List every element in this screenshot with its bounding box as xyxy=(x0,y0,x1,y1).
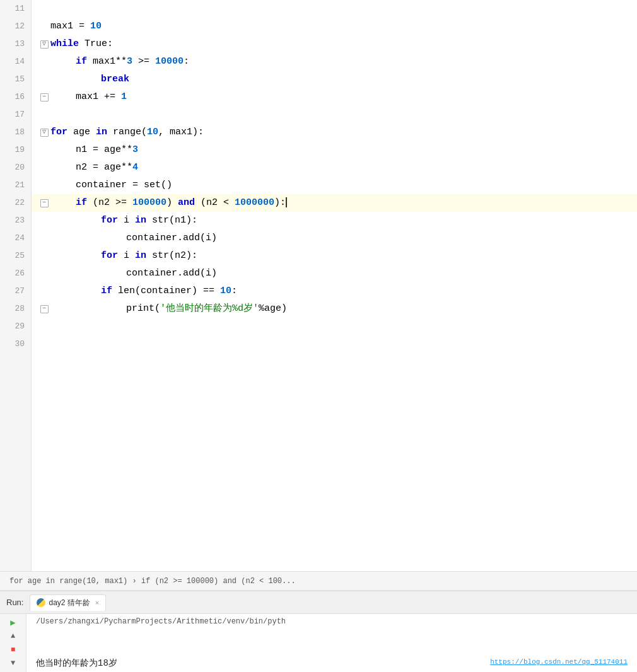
run-panel: Run: day2 猜年龄 × ▶ ▲ ■ ▼ /Users/zhangxi/P… xyxy=(0,590,637,672)
output-path: /Users/zhangxi/PycharmProjects/Arithmeti… xyxy=(36,617,628,626)
code-content: if max1**3 >= 10000: xyxy=(76,53,637,71)
line-numbers: 1112131415161718192021222324252627282930 xyxy=(0,0,32,571)
code-content: n2 = age**4 xyxy=(76,159,637,177)
line-number: 12 xyxy=(0,18,31,35)
code-content: for age in range(10, max1): xyxy=(50,124,637,141)
run-tab-name: day2 猜年龄 xyxy=(49,598,90,608)
code-content: while True: xyxy=(50,35,637,53)
code-line: for i in str(n2): xyxy=(32,247,637,265)
code-line: if len(container) == 10: xyxy=(32,282,637,300)
fold-icon[interactable]: − xyxy=(40,305,49,313)
fold-gutter: ▽ xyxy=(38,40,50,49)
stop-button[interactable]: ■ xyxy=(6,644,20,656)
line-number: 21 xyxy=(0,177,31,194)
fold-gutter: − xyxy=(38,93,50,101)
code-content: max1 = 10 xyxy=(50,18,637,35)
play-button[interactable]: ▶ xyxy=(6,617,20,629)
line-number: 18 xyxy=(0,124,31,141)
fold-icon[interactable]: ▽ xyxy=(40,40,49,49)
fold-gutter: ▽ xyxy=(38,129,50,137)
run-controls: ▶ ▲ ■ ▼ xyxy=(0,614,26,672)
line-number: 16 xyxy=(0,88,31,106)
code-content: if (n2 >= 100000) and (n2 < 1000000): xyxy=(76,194,637,212)
code-line: ▽while True: xyxy=(32,35,637,53)
line-number: 11 xyxy=(0,0,31,18)
line-number: 15 xyxy=(0,71,31,88)
run-output: ▶ ▲ ■ ▼ /Users/zhangxi/PycharmProjects/A… xyxy=(0,614,637,672)
line-number: 30 xyxy=(0,335,31,353)
line-number: 24 xyxy=(0,229,31,247)
output-content: /Users/zhangxi/PycharmProjects/Arithmeti… xyxy=(26,614,637,672)
line-number: 29 xyxy=(0,318,31,335)
fold-icon[interactable]: − xyxy=(40,199,49,207)
code-content: n1 = age**3 xyxy=(76,141,637,159)
run-tab[interactable]: day2 猜年龄 × xyxy=(30,594,106,611)
code-line: container = set() xyxy=(32,177,637,194)
line-number: 20 xyxy=(0,159,31,177)
line-number: 22 xyxy=(0,194,31,212)
code-line: −print('他当时的年龄为%d岁'%age) xyxy=(32,300,637,318)
code-content: break xyxy=(101,71,637,88)
code-line: ▽for age in range(10, max1): xyxy=(32,124,637,141)
code-line: n1 = age**3 xyxy=(32,141,637,159)
run-header: Run: day2 猜年龄 × xyxy=(0,591,637,614)
text-cursor xyxy=(286,197,287,207)
line-number: 13 xyxy=(0,35,31,53)
code-line xyxy=(32,106,637,124)
code-line xyxy=(32,318,637,335)
code-lines[interactable]: max1 = 10▽while True:if max1**3 >= 10000… xyxy=(32,0,637,571)
code-content: if len(container) == 10: xyxy=(101,282,637,300)
code-line: container.add(i) xyxy=(32,265,637,282)
code-line: −if (n2 >= 100000) and (n2 < 1000000): xyxy=(32,194,637,212)
code-content: max1 += 1 xyxy=(76,88,637,106)
python-icon xyxy=(37,598,45,607)
line-number: 28 xyxy=(0,300,31,318)
code-container: 1112131415161718192021222324252627282930… xyxy=(0,0,637,571)
code-line xyxy=(32,335,637,353)
line-number: 14 xyxy=(0,53,31,71)
code-content: print('他当时的年龄为%d岁'%age) xyxy=(126,300,637,318)
csdn-link: https://blog.csdn.net/qq_51174011 xyxy=(490,658,628,666)
fold-gutter: − xyxy=(38,305,50,313)
code-line: n2 = age**4 xyxy=(32,159,637,177)
scroll-up-button[interactable]: ▲ xyxy=(6,631,20,642)
line-number: 27 xyxy=(0,282,31,300)
run-label: Run: xyxy=(6,598,23,607)
code-content: container.add(i) xyxy=(126,229,637,247)
code-content: for i in str(n2): xyxy=(101,247,637,265)
scroll-down-button[interactable]: ▼ xyxy=(6,658,20,669)
line-number: 17 xyxy=(0,106,31,124)
code-line: for i in str(n1): xyxy=(32,212,637,229)
fold-icon[interactable]: ▽ xyxy=(40,129,49,137)
code-line: break xyxy=(32,71,637,88)
code-content: container = set() xyxy=(76,177,637,194)
line-number: 26 xyxy=(0,265,31,282)
breadcrumb: for age in range(10, max1) › if (n2 >= 1… xyxy=(9,577,296,586)
code-content: for i in str(n1): xyxy=(101,212,637,229)
fold-gutter: − xyxy=(38,199,50,207)
code-line: container.add(i) xyxy=(32,229,637,247)
code-line xyxy=(32,0,637,18)
line-number: 23 xyxy=(0,212,31,229)
fold-icon[interactable]: − xyxy=(40,93,49,101)
editor-area: 1112131415161718192021222324252627282930… xyxy=(0,0,637,672)
code-line: if max1**3 >= 10000: xyxy=(32,53,637,71)
close-tab-button[interactable]: × xyxy=(95,599,99,606)
line-number: 19 xyxy=(0,141,31,159)
code-line: −max1 += 1 xyxy=(32,88,637,106)
code-line: max1 = 10 xyxy=(32,18,637,35)
line-number: 25 xyxy=(0,247,31,265)
code-content: container.add(i) xyxy=(126,265,637,282)
status-bar: for age in range(10, max1) › if (n2 >= 1… xyxy=(0,571,637,590)
